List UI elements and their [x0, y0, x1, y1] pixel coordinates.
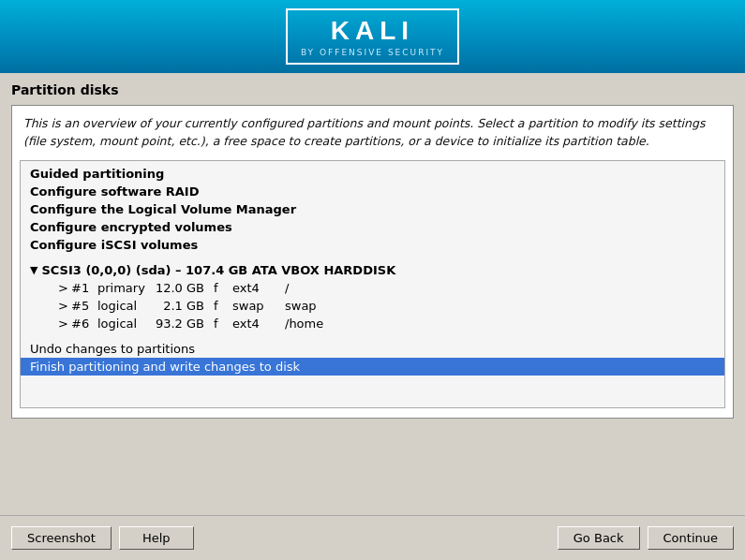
partition-type-1: primary — [97, 281, 154, 295]
partition-mount-5: swap — [285, 299, 341, 313]
page-title: Partition disks — [11, 82, 734, 97]
partition-mount-6: /home — [285, 317, 341, 331]
partition-mount-1: / — [285, 281, 341, 295]
partition-size-5: 2.1 GB — [154, 299, 214, 313]
partition-size-1: 12.0 GB — [154, 281, 214, 295]
description-text: This is an overview of your currently co… — [20, 115, 725, 151]
list-bottom-spacer — [21, 376, 724, 404]
partition-type-5: logical — [97, 299, 154, 313]
partition-arrow-1: > — [58, 281, 71, 295]
list-item-guided[interactable]: Guided partitioning — [21, 165, 724, 183]
kali-logo-text: KALI — [331, 16, 414, 46]
list-item-encrypted[interactable]: Configure encrypted volumes — [21, 218, 724, 236]
footer-left-buttons: Screenshot Help — [11, 526, 194, 550]
content-area: Partition disks This is an overview of y… — [0, 73, 745, 428]
partition-arrow-5: > — [58, 299, 71, 313]
screenshot-button[interactable]: Screenshot — [11, 526, 112, 550]
continue-button[interactable]: Continue — [648, 526, 734, 550]
disk-header[interactable]: ▼ SCSI3 (0,0,0) (sda) – 107.4 GB ATA VBO… — [21, 261, 724, 279]
partition-list: Guided partitioning Configure software R… — [20, 160, 725, 408]
partition-flag-6: f — [214, 317, 232, 331]
partition-fs-1: ext4 — [232, 281, 285, 295]
partition-row-1[interactable]: > #1 primary 12.0 GB f ext4 / — [21, 279, 724, 297]
header: KALI BY OFFENSIVE SECURITY — [0, 0, 745, 73]
partition-type-6: logical — [97, 317, 154, 331]
list-item-finish[interactable]: Finish partitioning and write changes to… — [21, 358, 724, 376]
partition-row-6[interactable]: > #6 logical 93.2 GB f ext4 /home — [21, 315, 724, 332]
list-item-undo[interactable]: Undo changes to partitions — [21, 340, 724, 358]
disk-label: SCSI3 (0,0,0) (sda) – 107.4 GB ATA VBOX … — [41, 263, 395, 277]
main-box: This is an overview of your currently co… — [11, 105, 734, 419]
list-separator — [21, 254, 724, 261]
go-back-button[interactable]: Go Back — [558, 526, 640, 550]
help-button[interactable]: Help — [119, 526, 194, 550]
partition-size-6: 93.2 GB — [154, 317, 214, 331]
footer: Screenshot Help Go Back Continue — [0, 515, 745, 560]
partition-flag-1: f — [214, 281, 232, 295]
footer-right-buttons: Go Back Continue — [558, 526, 734, 550]
partition-row-5[interactable]: > #5 logical 2.1 GB f swap swap — [21, 297, 724, 315]
partition-num-5: #5 — [71, 299, 97, 313]
partition-flag-5: f — [214, 299, 232, 313]
list-item-lvm[interactable]: Configure the Logical Volume Manager — [21, 200, 724, 218]
kali-logo-box: KALI BY OFFENSIVE SECURITY — [286, 8, 459, 65]
list-item-software-raid[interactable]: Configure software RAID — [21, 183, 724, 200]
list-item-iscsi[interactable]: Configure iSCSI volumes — [21, 236, 724, 254]
disk-chevron-icon: ▼ — [30, 264, 37, 276]
partition-num-6: #6 — [71, 317, 97, 331]
kali-logo-subtitle: BY OFFENSIVE SECURITY — [301, 48, 444, 57]
partition-arrow-6: > — [58, 317, 71, 331]
partition-fs-6: ext4 — [232, 317, 285, 331]
partition-num-1: #1 — [71, 281, 97, 295]
partition-fs-5: swap — [232, 299, 285, 313]
list-separator-2 — [21, 332, 724, 340]
